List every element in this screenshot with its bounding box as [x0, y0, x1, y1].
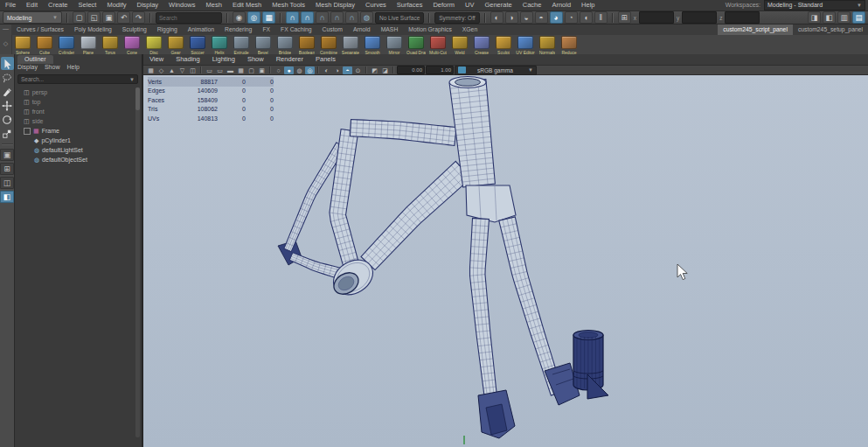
outliner-item-top[interactable]: ◫top	[17, 97, 135, 107]
input-grid-icon[interactable]: ⊞	[618, 11, 631, 24]
hypershade-icon[interactable]: ◕	[550, 11, 563, 24]
redo-icon[interactable]: ↷	[132, 11, 145, 24]
ipr-render-icon[interactable]: ◒	[520, 11, 533, 24]
safe-action-icon[interactable]: ▢	[247, 66, 256, 74]
menu-display[interactable]: Display	[132, 0, 164, 10]
shelf-item-plane[interactable]: Plane	[79, 36, 98, 54]
viewport-menu-panels[interactable]: Panels	[309, 54, 342, 65]
shelf-tab-custom[interactable]: Custom	[317, 24, 348, 35]
shelf-item-bevel[interactable]: Bevel	[253, 36, 273, 54]
paint-select-tool[interactable]	[1, 85, 14, 98]
coord-input-x[interactable]	[639, 11, 674, 24]
select-by-component-icon[interactable]: ▦	[262, 11, 275, 24]
exposure-field[interactable]: 0.00	[397, 66, 425, 74]
shelf-item-cylinder[interactable]: Cylinder	[57, 36, 76, 54]
select-by-object-icon[interactable]: ◎	[247, 11, 260, 24]
live-surface-field[interactable]: No Live Surface	[375, 12, 424, 24]
single-pane-layout[interactable]: ▣	[0, 149, 14, 161]
look-dev-icon[interactable]: ◖	[580, 11, 593, 24]
screen-space-ao-icon[interactable]: ◓	[343, 66, 352, 74]
four-pane-layout[interactable]: ⊞	[0, 163, 14, 175]
shelf-tab-poly-modeling[interactable]: Poly Modeling	[69, 24, 117, 35]
select-camera-icon[interactable]: ▦	[146, 66, 156, 74]
film-gate-icon[interactable]: ▭	[205, 66, 214, 74]
shelf-tab-xgen[interactable]: XGen	[457, 24, 483, 35]
coord-input-y[interactable]	[682, 11, 717, 24]
shelf-item-sculpt[interactable]: Sculpt	[494, 36, 513, 54]
menu-windows[interactable]: Windows	[163, 0, 200, 10]
shadows-icon[interactable]: ◑	[332, 66, 342, 74]
viewport-menu-renderer[interactable]: Renderer	[270, 54, 309, 65]
shelf-item-sphere[interactable]: Sphere	[13, 36, 32, 54]
shelf-item-smooth[interactable]: Smooth	[363, 36, 382, 54]
image-plane-icon[interactable]: ◫	[188, 66, 198, 74]
camera-attributes-icon[interactable]: ▲	[167, 66, 177, 74]
snap-to-curves-icon[interactable]: ∩	[301, 11, 314, 24]
rotate-tool[interactable]	[1, 113, 14, 126]
make-object-live-icon[interactable]: ◍	[360, 11, 373, 24]
tool-settings-toggle-icon[interactable]: ▥	[837, 11, 851, 24]
use-default-material-icon[interactable]: ◎	[305, 66, 315, 74]
move-tool[interactable]	[1, 99, 14, 112]
symmetry-field[interactable]: Symmetry: Off	[434, 12, 479, 24]
outliner-item-persp[interactable]: ◫persp	[17, 87, 135, 97]
coord-input-z[interactable]	[725, 11, 760, 24]
shelf-item-uv-editor[interactable]: UV Editor	[516, 36, 535, 54]
gamma-field[interactable]: 1.00	[426, 66, 454, 74]
menu-modify[interactable]: Modify	[101, 0, 131, 10]
menu-mesh-tools[interactable]: Mesh Tools	[267, 0, 310, 10]
menu-select[interactable]: Select	[73, 0, 102, 10]
scale-tool[interactable]	[1, 127, 14, 140]
view-transform-dropdown[interactable]: sRGB gamma▼	[455, 66, 537, 75]
snap-to-projected-center-icon[interactable]: ∩	[330, 11, 344, 24]
menu-surfaces[interactable]: Surfaces	[392, 0, 428, 10]
shelf-item-helix[interactable]: Helix	[210, 36, 229, 54]
outliner-persp-layout[interactable]: ◧	[0, 191, 14, 203]
new-scene-icon[interactable]: ▢	[73, 11, 86, 24]
menu-edit-mesh[interactable]: Edit Mesh	[227, 0, 267, 10]
lighting-icon[interactable]: ◐	[322, 66, 331, 74]
snap-to-points-icon[interactable]: ∩	[316, 11, 329, 24]
shelf-tab-fx[interactable]: FX	[257, 24, 275, 35]
shelf-collapse-icon[interactable]: —	[3, 24, 9, 32]
outliner-search-field[interactable]: Search... ▼	[17, 74, 138, 84]
menu-create[interactable]: Create	[43, 0, 73, 10]
menu-generate[interactable]: Generate	[479, 0, 517, 10]
menu-set-dropdown[interactable]: Modeling▼	[3, 11, 62, 24]
bookmarks-icon[interactable]: ▽	[177, 66, 187, 74]
light-editor-icon[interactable]: ◔	[565, 11, 578, 24]
snap-to-view-plane-icon[interactable]: ∩	[345, 11, 358, 24]
menu-deform[interactable]: Deform	[427, 0, 460, 10]
safe-title-icon[interactable]: ▣	[257, 66, 267, 74]
shelf-tab-arnold[interactable]: Arnold	[348, 24, 376, 35]
outliner-tab[interactable]: Outliner	[17, 55, 53, 64]
viewport-menu-shading[interactable]: Shading	[170, 54, 206, 65]
pause-viewport-icon[interactable]: ‖	[594, 11, 608, 24]
menu-mesh-display[interactable]: Mesh Display	[310, 0, 360, 10]
shelf-tab-curves-surfaces[interactable]: Curves / Surfaces	[11, 24, 69, 35]
textured-mode-icon[interactable]: ◍	[295, 66, 304, 74]
two-pane-layout[interactable]: ◫	[0, 177, 14, 189]
shelf-tab-mash[interactable]: MASH	[376, 24, 404, 35]
outliner-menu-display[interactable]: Display	[17, 64, 38, 70]
shelf-tab-rigging[interactable]: Rigging	[152, 24, 183, 35]
menu-arnold[interactable]: Arnold	[546, 0, 576, 10]
shelf-item-gear[interactable]: Gear	[166, 36, 185, 54]
shelf-item-quad-draw[interactable]: Quad Draw	[406, 36, 426, 54]
attribute-editor-toggle-icon[interactable]: ◧	[823, 11, 836, 24]
shelf-item-extrude[interactable]: Extrude	[232, 36, 251, 54]
shelf-item-reduce[interactable]: Reduce	[559, 36, 579, 54]
shelf-tab-fx-caching[interactable]: FX Caching	[275, 24, 317, 35]
shelf-item-multi-cut[interactable]: Multi-Cut	[428, 36, 448, 54]
open-render-view-icon[interactable]: ◐	[490, 11, 503, 24]
menu-edit[interactable]: Edit	[21, 0, 43, 10]
menu-help[interactable]: Help	[576, 0, 600, 10]
shelf-item-normals[interactable]: Normals	[538, 36, 557, 54]
outliner-item-front[interactable]: ◫front	[17, 107, 135, 116]
menu-curves[interactable]: Curves	[360, 0, 392, 10]
shaded-mode-icon[interactable]: ●	[284, 66, 294, 74]
outliner-menu-help[interactable]: Help	[66, 64, 79, 70]
outliner-scrollbar[interactable]	[135, 87, 140, 437]
outliner-menu-show[interactable]: Show	[45, 64, 60, 70]
workspace-dropdown[interactable]: Modeling - Standard ▼	[764, 0, 865, 10]
